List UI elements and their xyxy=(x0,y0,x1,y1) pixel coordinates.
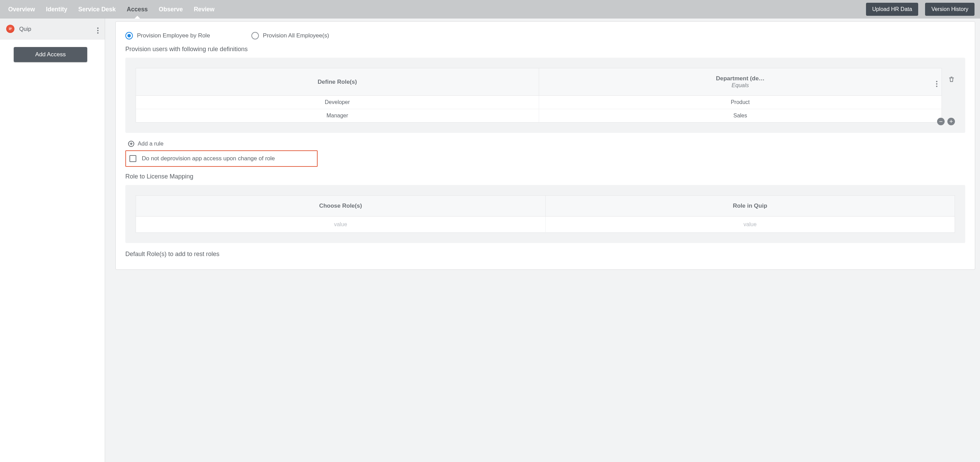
map-col-choose-roles: Choose Role(s) xyxy=(136,196,546,217)
quip-app-icon xyxy=(6,25,14,33)
map-cell-role[interactable]: value xyxy=(136,217,546,233)
remove-row-button[interactable]: − xyxy=(937,118,945,125)
vertical-dots-icon xyxy=(936,81,937,87)
radio-label: Provision All Employee(s) xyxy=(263,32,329,39)
tab-overview[interactable]: Overview xyxy=(3,0,41,19)
map-cell-approle[interactable]: value xyxy=(545,217,955,233)
table-row: Manager Sales xyxy=(136,109,942,122)
topnav-tabs: Overview Identity Service Desk Access Ob… xyxy=(3,0,220,19)
add-rule-label: Add a rule xyxy=(138,140,164,147)
role-license-mapping-box: Choose Role(s) Role in Quip value value xyxy=(125,185,965,243)
provision-rules-title: Provision users with following rule defi… xyxy=(125,46,965,53)
deprovision-checkbox-label: Do not deprovision app access upon chang… xyxy=(142,155,275,162)
cell-dept[interactable]: Product xyxy=(539,96,942,109)
column-menu-button[interactable] xyxy=(936,77,937,87)
tab-service-desk[interactable]: Service Desk xyxy=(73,0,121,19)
tab-identity[interactable]: Identity xyxy=(41,0,73,19)
sidebar-item-quip[interactable]: Quip xyxy=(0,19,105,40)
access-config-panel: Provision Employee by Role Provision All… xyxy=(115,21,975,270)
plus-circle-icon xyxy=(128,141,134,147)
table-row: value value xyxy=(136,217,955,233)
table-row: Developer Product xyxy=(136,96,942,109)
upload-hr-data-button[interactable]: Upload HR Data xyxy=(866,3,918,16)
radio-label: Provision Employee by Role xyxy=(137,32,210,39)
provision-mode-radios: Provision Employee by Role Provision All… xyxy=(125,32,965,40)
map-col-role-in-app: Role in Quip xyxy=(545,196,955,217)
cell-dept[interactable]: Sales xyxy=(539,109,942,122)
default-roles-title: Default Role(s) to add to rest roles xyxy=(125,251,965,258)
add-rule-button[interactable]: Add a rule xyxy=(128,140,965,147)
version-history-button[interactable]: Version History xyxy=(925,3,975,16)
radio-icon xyxy=(125,32,133,40)
add-row-button[interactable]: + xyxy=(947,118,955,125)
tab-access[interactable]: Access xyxy=(121,0,153,19)
sidebar-item-menu-icon[interactable] xyxy=(97,24,99,33)
trash-icon xyxy=(948,76,955,83)
role-license-mapping-title: Role to License Mapping xyxy=(125,173,965,180)
topbar: Overview Identity Service Desk Access Ob… xyxy=(0,0,980,19)
radio-icon xyxy=(251,32,259,40)
delete-rule-button[interactable] xyxy=(948,76,955,84)
tab-review[interactable]: Review xyxy=(188,0,220,19)
add-access-button[interactable]: Add Access xyxy=(14,47,87,62)
role-license-mapping-table: Choose Role(s) Role in Quip value value xyxy=(136,195,955,233)
vertical-dots-icon xyxy=(97,27,99,33)
rule-definitions-box: Define Role(s) Department (de… Equals xyxy=(125,58,965,133)
sidebar-item-label: Quip xyxy=(19,26,31,32)
sidebar: Quip Add Access xyxy=(0,19,105,462)
radio-provision-by-role[interactable]: Provision Employee by Role xyxy=(125,32,210,40)
main-content: Provision Employee by Role Provision All… xyxy=(105,19,980,462)
rule-col-roles: Define Role(s) xyxy=(136,68,539,96)
rule-definitions-table: Define Role(s) Department (de… Equals xyxy=(136,68,942,122)
rule-col-department: Department (de… Equals xyxy=(539,68,942,96)
cell-role[interactable]: Manager xyxy=(136,109,539,122)
deprovision-checkbox-row[interactable]: Do not deprovision app access upon chang… xyxy=(125,150,318,167)
cell-role[interactable]: Developer xyxy=(136,96,539,109)
checkbox-icon xyxy=(129,155,136,162)
radio-provision-all[interactable]: Provision All Employee(s) xyxy=(251,32,329,40)
tab-observe[interactable]: Observe xyxy=(153,0,188,19)
